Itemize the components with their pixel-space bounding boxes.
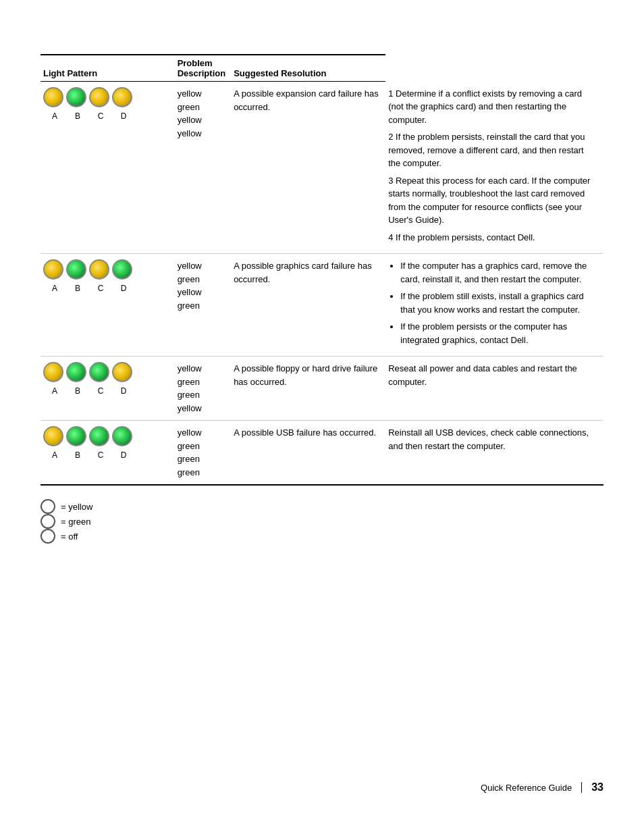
light-yellow-2: [89, 259, 109, 280]
light-pattern-cell: ABCD: [41, 357, 175, 421]
light-green-1: [66, 362, 86, 382]
legend-yellow-light: [41, 499, 55, 514]
light-green-1: [66, 426, 86, 446]
light-green-1: [66, 87, 86, 107]
light-yellow-3: [112, 362, 132, 382]
light-yellow-0: [43, 259, 63, 280]
legend-off: = off: [41, 529, 603, 544]
light-green-3: [112, 426, 132, 446]
col-header-light-pattern: Light Pattern: [41, 55, 175, 82]
legend-green: = green: [41, 514, 603, 529]
resolution-item: 1 Determine if a conflict exists by remo…: [388, 87, 598, 127]
colors-text-cell: yellowgreengreengreen: [175, 421, 232, 486]
light-pattern-cell: ABCD: [41, 82, 175, 254]
page-number: 33: [591, 781, 603, 793]
light-green-1: [66, 259, 86, 280]
resolution-cell: Reinstall all USB devices, check cable c…: [385, 421, 603, 486]
col-header-resolution: Suggested Resolution: [231, 55, 385, 82]
light-pattern-cell: ABCD: [41, 254, 175, 357]
col-header-problem: Problem Description: [175, 55, 232, 82]
resolution-item: If the problem still exists, install a g…: [400, 290, 598, 316]
colors-text-cell: yellowgreenyellowgreen: [175, 254, 232, 357]
legend-green-light: [41, 514, 55, 529]
resolution-item: 3 Repeat this process for each card. If …: [388, 174, 598, 227]
legend-off-light: [41, 529, 55, 544]
light-yellow-2: [89, 87, 109, 107]
table-row: ABCDyellowgreengreengreenA possible USB …: [41, 421, 603, 486]
legend-off-label: = off: [61, 531, 78, 542]
light-yellow-3: [112, 87, 132, 107]
colors-text-cell: yellowgreenyellowyellow: [175, 82, 232, 254]
resolution-cell: Reseat all power and data cables and res…: [385, 357, 603, 421]
problem-cell: A possible expansion card failure has oc…: [231, 82, 385, 254]
guide-label: Quick Reference Guide: [481, 783, 572, 793]
legend-yellow-label: = yellow: [61, 502, 92, 512]
legend-yellow: = yellow: [41, 499, 603, 514]
light-green-3: [112, 259, 132, 280]
light-green-2: [89, 362, 109, 382]
light-yellow-0: [43, 362, 63, 382]
problem-cell: A possible USB failure has occurred.: [231, 421, 385, 486]
resolution-cell: 1 Determine if a conflict exists by remo…: [385, 82, 603, 254]
resolution-item: 2 If the problem persists, reinstall the…: [388, 130, 598, 170]
light-yellow-0: [43, 426, 63, 446]
resolution-cell: If the computer has a graphics card, rem…: [385, 254, 603, 357]
legend-green-label: = green: [61, 517, 90, 527]
colors-text-cell: yellowgreengreenyellow: [175, 357, 232, 421]
light-yellow-0: [43, 87, 63, 107]
legend-section: = yellow = green = off: [41, 499, 603, 550]
page-footer: Quick Reference Guide 33: [481, 781, 603, 793]
problem-cell: A possible floppy or hard drive failure …: [231, 357, 385, 421]
light-pattern-cell: ABCD: [41, 421, 175, 486]
table-row: ABCDyellowgreenyellowgreenA possible gra…: [41, 254, 603, 357]
resolution-item: If the computer has a graphics card, rem…: [400, 259, 598, 286]
footer-divider: [581, 782, 582, 793]
diagnostic-table: Light Pattern Problem Description Sugges…: [41, 54, 603, 486]
resolution-item: If the problem persists or the computer …: [400, 320, 598, 346]
light-green-2: [89, 426, 109, 446]
problem-cell: A possible graphics card failure has occ…: [231, 254, 385, 357]
table-row: ABCDyellowgreengreenyellowA possible flo…: [41, 357, 603, 421]
table-row: ABCDyellowgreenyellowyellowA possible ex…: [41, 82, 603, 254]
resolution-item: 4 If the problem persists, contact Dell.: [388, 231, 598, 244]
